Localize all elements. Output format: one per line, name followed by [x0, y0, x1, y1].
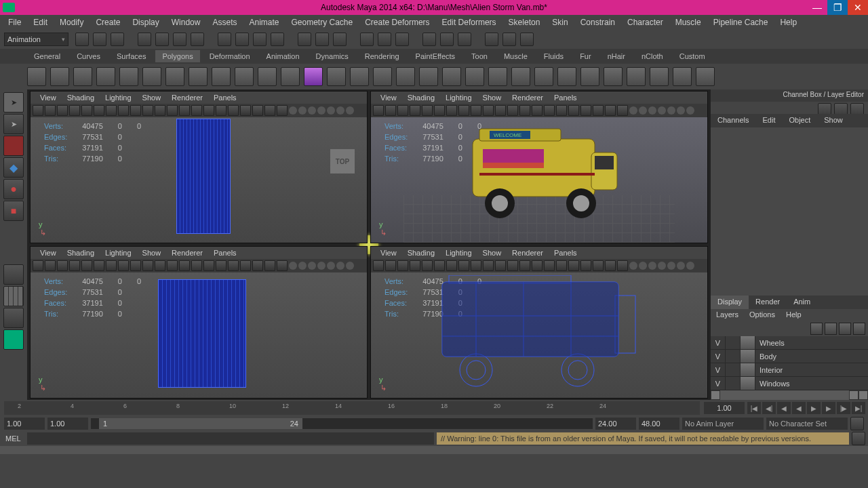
vp-toolbar-icon[interactable] [568, 260, 579, 271]
shelf-button[interactable] [396, 67, 415, 86]
vp-toolbar-icon[interactable] [658, 262, 666, 270]
vp-toolbar-icon[interactable] [346, 106, 354, 115]
vp-toolbar-icon[interactable] [434, 105, 445, 116]
shelf-button[interactable] [580, 67, 599, 86]
vp-toolbar-icon[interactable] [667, 262, 675, 270]
vp-toolbar-icon[interactable] [458, 105, 469, 116]
layer-tab-render[interactable]: Render [749, 296, 787, 309]
vp-toolbar-icon[interactable] [130, 105, 141, 116]
status-icon[interactable] [440, 33, 454, 46]
menu-pipeline-cache[interactable]: Pipeline Cache [708, 16, 774, 29]
mel-label[interactable]: MEL [0, 434, 27, 443]
layer-icon[interactable] [810, 323, 823, 335]
single-pane-button[interactable] [3, 264, 24, 285]
shelf-button[interactable] [96, 67, 115, 86]
status-icon[interactable] [111, 33, 124, 46]
status-icon[interactable] [378, 33, 391, 46]
vp-toolbar-icon[interactable] [580, 260, 591, 271]
vp-toolbar-icon[interactable] [45, 260, 56, 271]
vp-menu-panels[interactable]: Panels [550, 249, 581, 257]
vp-toolbar-icon[interactable] [483, 105, 494, 116]
vp-toolbar-icon[interactable] [118, 260, 129, 271]
shelf-button[interactable] [373, 67, 392, 86]
shelf-button[interactable] [650, 67, 669, 86]
menu-edit-deformers[interactable]: Edit Deformers [437, 16, 502, 29]
vp-toolbar-icon[interactable] [556, 260, 567, 271]
vp-toolbar-icon[interactable] [580, 105, 591, 116]
vp-menu-show[interactable]: Show [479, 249, 506, 257]
layer-row[interactable]: VWindows [711, 377, 868, 390]
vp-toolbar-icon[interactable] [252, 260, 263, 271]
vp-toolbar-icon[interactable] [686, 106, 694, 115]
maximize-button[interactable]: ❐ [827, 0, 848, 15]
status-icon[interactable] [360, 33, 374, 46]
layer-menu-help[interactable]: Help [781, 309, 807, 321]
shelf-tab-fluids[interactable]: Fluids [537, 50, 570, 62]
vp-toolbar-icon[interactable] [69, 105, 80, 116]
last-tool[interactable] [3, 329, 24, 350]
vp-toolbar-icon[interactable] [94, 260, 104, 271]
vp-toolbar-icon[interactable] [277, 260, 288, 271]
channel-tab-show[interactable]: Show [817, 114, 850, 127]
vp-menu-lighting[interactable]: Lighting [441, 249, 476, 257]
shelf-tab-ncloth[interactable]: nCloth [635, 50, 670, 62]
vp-menu-view[interactable]: View [36, 249, 60, 257]
step-fwd-key-button[interactable]: |▶ [837, 402, 850, 414]
anim-end[interactable]: 48.00 [639, 418, 679, 430]
step-back-key-button[interactable]: ◀| [762, 402, 776, 414]
vp-menu-shading[interactable]: Shading [403, 94, 439, 102]
shelf-button[interactable] [673, 67, 692, 86]
anim-start[interactable]: 1.00 [4, 418, 45, 430]
shelf-button[interactable] [442, 67, 461, 86]
vp-toolbar-icon[interactable] [336, 106, 344, 115]
paint-tool[interactable] [3, 136, 24, 156]
vp-menu-show[interactable]: Show [479, 94, 506, 102]
vp-toolbar-icon[interactable] [289, 106, 297, 115]
vp-toolbar-icon[interactable] [507, 105, 518, 116]
vp-toolbar-icon[interactable] [57, 105, 68, 116]
step-fwd-button[interactable]: ▶ [822, 402, 835, 414]
status-icon[interactable] [138, 33, 151, 46]
layer-tab-anim[interactable]: Anim [787, 296, 817, 309]
status-icon[interactable] [155, 33, 169, 46]
vp-menu-lighting[interactable]: Lighting [101, 94, 136, 102]
layer-row[interactable]: VWheels [711, 336, 868, 350]
vp-menu-renderer[interactable]: Renderer [167, 249, 207, 257]
go-end-button[interactable]: ▶| [852, 402, 865, 414]
vp-menu-shading[interactable]: Shading [63, 94, 98, 102]
shelf-button[interactable] [73, 67, 92, 86]
vp-toolbar-icon[interactable] [216, 105, 226, 116]
rotate-tool[interactable]: ● [3, 179, 24, 199]
vp-toolbar-icon[interactable] [544, 260, 555, 271]
vp-toolbar-icon[interactable] [336, 262, 344, 270]
shelf-button[interactable] [534, 67, 553, 86]
shelf-button[interactable] [189, 67, 208, 86]
status-icon[interactable] [458, 33, 471, 46]
shelf-button[interactable] [142, 67, 161, 86]
shelf-button[interactable] [350, 67, 369, 86]
vp-toolbar-icon[interactable] [639, 106, 647, 115]
channel-tab-channels[interactable]: Channels [711, 114, 755, 127]
vp-toolbar-icon[interactable] [33, 260, 43, 271]
vp-toolbar-icon[interactable] [397, 260, 408, 271]
status-icon[interactable] [271, 33, 284, 46]
vp-toolbar-icon[interactable] [495, 260, 506, 271]
layer-row[interactable]: VInterior [711, 363, 868, 377]
menu-window[interactable]: Window [166, 16, 206, 29]
vp-toolbar-icon[interactable] [317, 262, 326, 270]
vp-toolbar-icon[interactable] [191, 105, 202, 116]
vp-toolbar-icon[interactable] [240, 260, 251, 271]
vp-toolbar-icon[interactable] [483, 260, 494, 271]
shelf-tab-animation[interactable]: Animation [260, 50, 307, 62]
vp-toolbar-icon[interactable] [216, 260, 226, 271]
vp-toolbar-icon[interactable] [617, 260, 628, 271]
vp-toolbar-icon[interactable] [639, 262, 647, 270]
shelf-tab-curves[interactable]: Curves [70, 50, 107, 62]
shelf-tab-dynamics[interactable]: Dynamics [309, 50, 355, 62]
vp-toolbar-icon[interactable] [252, 105, 263, 116]
vp-toolbar-icon[interactable] [289, 262, 297, 270]
shelf-button[interactable] [696, 67, 715, 86]
vp-toolbar-icon[interactable] [179, 260, 190, 271]
status-icon[interactable] [315, 33, 329, 46]
menu-geometry-cache[interactable]: Geometry Cache [286, 16, 359, 29]
